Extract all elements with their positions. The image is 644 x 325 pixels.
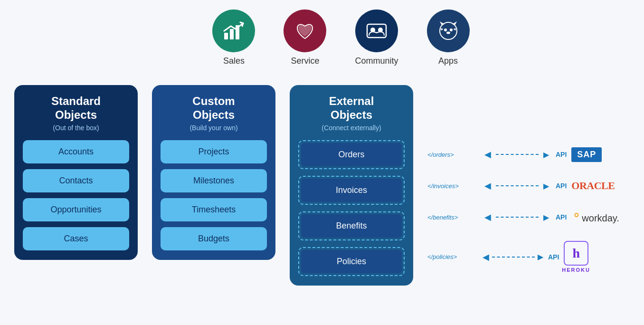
community-label: Community (355, 56, 398, 66)
external-orders-dashed: Orders (298, 140, 405, 169)
benefits-dashed-line (496, 217, 539, 218)
apps-icon-item: Apps (427, 10, 470, 66)
external-item-benefits: Benefits (301, 214, 402, 238)
api-row-invoices: </invoices> ◀ ▶ API ORACLE (427, 173, 630, 198)
external-policies-dashed: Policies (298, 247, 405, 276)
svg-point-10 (450, 29, 453, 31)
top-icons-section: Sales Service Community (14, 10, 630, 66)
sales-label: Sales (223, 56, 245, 66)
orders-dashed-line (496, 154, 539, 155)
policies-arrow-left: ◀ (483, 252, 489, 262)
invoices-tag: </invoices> (427, 182, 480, 190)
custom-item-milestones: Milestones (161, 169, 267, 192)
benefits-arrow-left: ◀ (484, 212, 491, 222)
apps-icon (437, 19, 460, 42)
custom-objects-column: CustomObjects (Build your own) Projects … (152, 85, 275, 260)
community-icon-item: Community (355, 10, 398, 66)
external-item-orders-wrapper: Orders (298, 140, 405, 169)
standard-item-contacts: Contacts (23, 169, 129, 192)
custom-objects-subtitle: (Build your own) (161, 124, 267, 132)
benefits-api-badge: API (556, 213, 567, 221)
apps-label: Apps (438, 56, 458, 66)
sales-icon (222, 19, 245, 42)
service-icon-item: Service (284, 10, 326, 66)
custom-objects-title: CustomObjects (161, 95, 267, 122)
heroku-text: HEROKU (562, 267, 590, 273)
api-row-orders: </orders> ◀ ▶ API SAP (427, 142, 630, 167)
svg-rect-1 (230, 29, 234, 39)
benefits-arrow-right: ▶ (543, 213, 549, 222)
invoices-dashed-line (496, 185, 539, 186)
standard-item-cases: Cases (23, 227, 129, 250)
workday-logo: ⚬workday. (571, 210, 619, 225)
policies-api-badge: API (548, 253, 559, 261)
external-item-policies-wrapper: Policies (298, 247, 405, 276)
svg-point-11 (446, 32, 450, 34)
orders-arrow-left: ◀ (484, 149, 491, 160)
service-icon (294, 19, 316, 42)
external-item-invoices-wrapper: Invoices (298, 176, 405, 205)
external-objects-subtitle: (Connect externally) (298, 124, 405, 132)
service-label: Service (291, 56, 319, 66)
custom-item-projects: Projects (161, 140, 267, 163)
main-content: StandardObjects (Out of the box) Account… (14, 85, 630, 286)
external-invoices-dashed: Invoices (298, 176, 405, 205)
external-item-invoices: Invoices (301, 179, 402, 202)
apps-icon-circle (427, 10, 470, 52)
external-objects-title: ExternalObjects (298, 95, 405, 122)
policies-line-group: </policies> ◀ ▶ API h HEROKU (427, 236, 590, 273)
policies-arrow-right: ▶ (538, 252, 543, 261)
svg-rect-0 (224, 33, 228, 39)
standard-objects-column: StandardObjects (Out of the box) Account… (14, 85, 138, 260)
heroku-logo-box: h (564, 241, 588, 266)
heroku-h-letter: h (572, 246, 580, 261)
standard-objects-title: StandardObjects (23, 95, 129, 122)
benefits-tag: </benefits> (427, 214, 480, 221)
external-item-policies: Policies (301, 250, 402, 273)
sales-icon-item: Sales (212, 10, 255, 66)
standard-objects-subtitle: (Out of the box) (23, 124, 129, 132)
heroku-logo-wrapper: h HEROKU (562, 241, 590, 273)
community-icon-circle (355, 10, 398, 52)
standard-item-opportunities: Opportunities (23, 198, 129, 221)
api-row-benefits: </benefits> ◀ ▶ API ⚬workday. (427, 205, 630, 229)
policies-dashed-line (492, 257, 535, 258)
invoices-arrow-right: ▶ (543, 182, 549, 191)
sales-icon-circle (212, 10, 255, 52)
external-item-benefits-wrapper: Benefits (298, 211, 405, 240)
svg-rect-3 (367, 24, 386, 38)
invoices-arrow-left: ◀ (484, 181, 491, 191)
svg-point-9 (444, 29, 447, 31)
service-icon-circle (284, 10, 326, 52)
standard-item-accounts: Accounts (23, 140, 129, 163)
custom-item-budgets: Budgets (161, 227, 267, 250)
community-icon (365, 19, 388, 42)
api-connections-section: </orders> ◀ ▶ API SAP </invoices> ◀ ▶ AP… (427, 85, 630, 273)
api-row-policies: </policies> ◀ ▶ API h HEROKU (427, 236, 630, 273)
policies-tag: </policies> (427, 253, 480, 260)
external-benefits-dashed: Benefits (298, 211, 405, 240)
orders-arrow-right: ▶ (543, 150, 549, 159)
external-item-orders: Orders (301, 143, 402, 166)
custom-item-timesheets: Timesheets (161, 198, 267, 221)
external-objects-column: ExternalObjects (Connect externally) Ord… (290, 85, 413, 286)
oracle-logo: ORACLE (571, 180, 615, 192)
sap-logo: SAP (571, 147, 602, 162)
policies-api-group: </policies> ◀ ▶ API h HEROKU (427, 236, 590, 273)
orders-api-badge: API (556, 151, 567, 158)
invoices-api-badge: API (556, 182, 567, 190)
orders-tag: </orders> (427, 151, 480, 158)
